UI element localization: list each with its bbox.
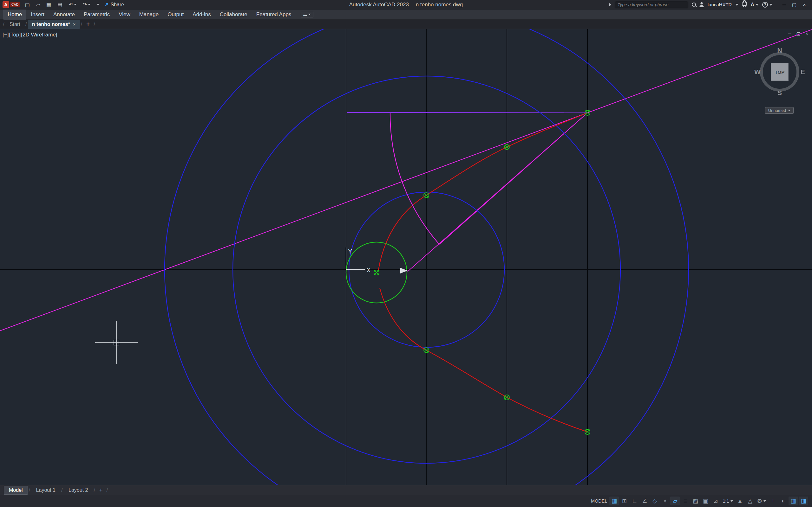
viewport-close-icon[interactable]: × (806, 31, 808, 36)
ribbon-tab-manage[interactable]: Manage (135, 9, 163, 20)
viewcube-top-face[interactable]: TOP (771, 63, 789, 81)
polar-tracking-icon[interactable]: ∠ (640, 497, 649, 505)
ribbon-tab-output[interactable]: Output (163, 9, 188, 20)
magenta-arc[interactable] (390, 113, 439, 244)
ucs-caret-icon (788, 110, 791, 111)
plot-icon[interactable]: ▤ (56, 2, 63, 8)
tab-separator: / (61, 487, 63, 493)
save-icon[interactable]: ▦ (45, 2, 52, 8)
clean-screen-icon[interactable]: ◨ (799, 497, 808, 505)
autoscale-icon[interactable]: △ (745, 497, 755, 505)
selection-cycling-icon[interactable]: ▣ (701, 497, 710, 505)
isolate-objects-icon[interactable]: ◐ (778, 497, 788, 505)
snap-mode-icon[interactable]: ⊞ (619, 497, 629, 505)
username[interactable]: lancaHXTR (708, 2, 732, 7)
viewcube-south[interactable]: S (777, 89, 782, 97)
lineweight-icon[interactable]: ≡ (680, 497, 690, 505)
close-button[interactable]: × (799, 2, 809, 8)
ribbon-tab-annotate[interactable]: Annotate (49, 9, 79, 20)
cart-icon[interactable] (742, 2, 747, 6)
window-title: Autodesk AutoCAD 2023n tenho nomes.dwg (349, 2, 463, 8)
dynamic-ucs-icon[interactable]: ⊿ (711, 497, 720, 505)
magenta-tangent-line[interactable] (0, 30, 812, 331)
search-expand-icon[interactable] (609, 3, 611, 6)
dropdown-caret-icon (97, 4, 99, 5)
tab-separator: / (107, 487, 108, 493)
ribbon-tab-addins[interactable]: Add-ins (188, 9, 215, 20)
app-title: Autodesk AutoCAD 2023 (349, 2, 409, 8)
drawing-area[interactable]: YX [−] [Top] [2D Wireframe] ─▢× N S W E … (0, 29, 812, 485)
user-menu-caret-icon[interactable] (735, 4, 739, 6)
ribbon-tab-collaborate[interactable]: Collaborate (215, 9, 252, 20)
ribbon-tab-bar: HomeInsertAnnotateParametricViewManageOu… (0, 9, 812, 20)
file-tab-start: / Start (2, 20, 24, 29)
isodraft-icon[interactable]: ◇ (650, 497, 659, 505)
help-button[interactable]: ? (762, 2, 772, 8)
viewcube-west[interactable]: W (754, 68, 761, 76)
search-icon[interactable] (692, 3, 696, 7)
ucs-dropdown[interactable]: Unnamed (765, 107, 794, 114)
new-file-icon[interactable]: ▢ (24, 2, 31, 8)
model-space-button[interactable]: MODEL (589, 497, 609, 505)
file-tab-bar: / Start / n tenho nomes* × / + / (0, 20, 812, 29)
share-label: Share (111, 2, 124, 8)
minimize-button[interactable]: ─ (779, 2, 789, 8)
grid-display-icon[interactable]: ▦ (609, 497, 619, 505)
ribbon-tab-featured-apps[interactable]: Featured Apps (252, 9, 296, 20)
new-drawing-tab-button[interactable]: + (84, 20, 93, 28)
viewcube-east[interactable]: E (801, 68, 805, 76)
viewcube[interactable]: N S W E TOP (754, 47, 805, 97)
viewport-label: [−] [Top] [2D Wireframe] (3, 32, 57, 38)
redo-icon[interactable]: ↷ (82, 2, 92, 8)
workspace-switching-icon[interactable]: ⚙ (756, 497, 768, 505)
customize-quick-access-icon[interactable] (96, 4, 101, 5)
viewcube-north[interactable]: N (777, 47, 782, 54)
magenta-ray-to-arc-end[interactable] (439, 113, 588, 244)
ortho-mode-icon[interactable]: ∟ (629, 497, 639, 505)
involute-curve-lower-red[interactable] (380, 288, 588, 432)
ribbon-tab-home[interactable]: Home (3, 9, 26, 20)
close-tab-icon[interactable]: × (73, 21, 76, 27)
autocad-logo-icon: A (3, 1, 9, 8)
viewport-minimize-icon[interactable]: ─ (788, 31, 792, 36)
graphics-performance-icon[interactable]: ▥ (789, 497, 798, 505)
autosnap-tracking-icon[interactable]: ⌖ (660, 497, 670, 505)
viewport-view-control[interactable]: [Top] (9, 32, 20, 38)
viewport-visual-style-control[interactable]: [2D Wireframe] (21, 32, 57, 38)
annotation-monitor-icon[interactable]: + (768, 497, 778, 505)
open-file-icon[interactable]: ▱ (35, 2, 41, 8)
help-icon: ? (762, 2, 768, 8)
annotation-visibility-icon[interactable]: ▲ (735, 497, 745, 505)
viewport-window-controls: ─▢× (788, 31, 808, 36)
geometry-canvas[interactable]: YX (0, 29, 812, 485)
apps-caret-icon (756, 4, 759, 6)
ribbon-display-toggle[interactable]: ▬ (301, 12, 313, 17)
purple-horizontal-line[interactable] (347, 112, 588, 113)
tab-separator: / (94, 487, 95, 493)
file-tab-label: Start (9, 21, 20, 27)
viewport-collapse-control[interactable]: [−] (3, 32, 9, 38)
ribbon-tab-parametric[interactable]: Parametric (79, 9, 114, 20)
status-bar: MODEL ▦ ⊞ ∟ ∠ ◇ ⌖ ▱ (0, 495, 812, 507)
autodesk-apps-button[interactable]: A (751, 2, 759, 8)
transparency-icon[interactable]: ▨ (691, 497, 700, 505)
ucs-y-label: Y (348, 248, 352, 255)
annotation-scale-button[interactable]: 1:1 (721, 497, 734, 505)
share-button[interactable]: ↗ Share (104, 2, 124, 8)
new-layout-button[interactable]: + (96, 487, 105, 494)
tab-separator: / (29, 487, 31, 493)
viewport-restore-icon[interactable]: ▢ (797, 31, 801, 36)
ucs-x-label: X (367, 267, 370, 274)
ribbon-tab-insert[interactable]: Insert (26, 9, 49, 20)
user-avatar-icon[interactable] (699, 2, 704, 7)
involute-curve-upper-red[interactable] (378, 113, 588, 270)
dropdown-caret-icon (88, 4, 90, 5)
layout-tab-2: Layout 2 / (64, 486, 96, 494)
search-input[interactable] (615, 1, 688, 8)
maximize-button[interactable]: ▢ (789, 2, 799, 8)
undo-icon[interactable]: ↶ (67, 2, 78, 8)
autocad-logo-label: CAD (10, 2, 20, 7)
ribbon-tab-view[interactable]: View (114, 9, 135, 20)
object-snap-icon[interactable]: ▱ (670, 497, 680, 505)
autocad-logo[interactable]: A CAD (3, 1, 20, 8)
